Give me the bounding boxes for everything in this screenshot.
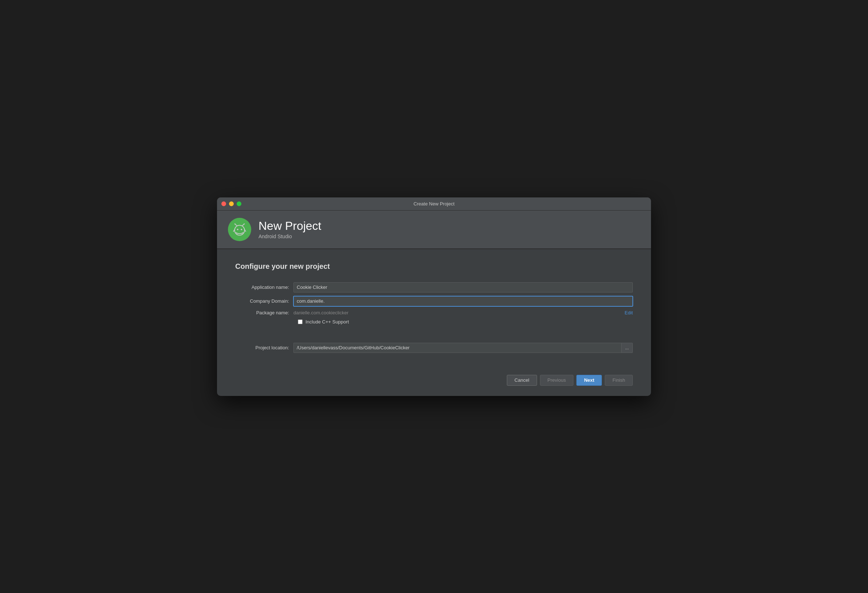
package-value-container: danielle.com.cookieclicker Edit [294,310,633,315]
project-title: New Project [258,219,322,233]
main-content: Configure your new project Application n… [217,249,651,368]
company-domain-input[interactable] [294,296,633,306]
company-domain-label: Company Domain: [235,298,294,304]
package-name-value: danielle.com.cookieclicker [294,310,348,315]
close-button[interactable] [221,201,226,206]
location-input-wrapper: ... [294,343,633,353]
location-row: Project location: ... [235,343,633,353]
title-bar: Create New Project [217,197,651,210]
main-window: Create New Project [217,197,651,396]
maximize-button[interactable] [237,201,241,206]
svg-point-4 [235,223,236,224]
app-name-label: Application name: [235,284,294,290]
minimize-button[interactable] [229,201,234,206]
location-label: Project location: [235,345,294,350]
location-input[interactable] [294,343,621,353]
svg-point-2 [241,228,242,230]
location-section: Project location: ... [235,343,633,353]
configure-title: Configure your new project [235,262,633,271]
cpp-support-label[interactable]: Include C++ Support [306,319,349,325]
header-section: New Project Android Studio [217,210,651,249]
cpp-support-row: Include C++ Support [298,319,633,325]
package-name-row: Package name: danielle.com.cookieclicker… [235,310,633,315]
app-name-input[interactable] [294,282,633,293]
svg-point-6 [244,223,245,224]
next-button[interactable]: Next [576,375,602,386]
browse-button[interactable]: ... [621,343,633,353]
window-controls [221,201,241,206]
finish-button[interactable]: Finish [605,375,633,386]
window-title: Create New Project [413,201,455,207]
company-domain-row: Company Domain: [235,296,633,306]
form-section: Application name: Company Domain: Packag… [235,282,633,325]
previous-button[interactable]: Previous [540,375,574,386]
android-logo [228,218,251,241]
cancel-button[interactable]: Cancel [507,375,537,386]
project-subtitle: Android Studio [258,234,322,239]
svg-point-1 [237,228,239,230]
footer: Cancel Previous Next Finish [217,368,651,396]
package-name-label: Package name: [235,310,294,315]
app-name-row: Application name: [235,282,633,293]
edit-link[interactable]: Edit [625,310,633,315]
android-studio-icon [232,222,247,237]
header-text: New Project Android Studio [258,219,322,239]
cpp-support-checkbox[interactable] [298,319,303,324]
